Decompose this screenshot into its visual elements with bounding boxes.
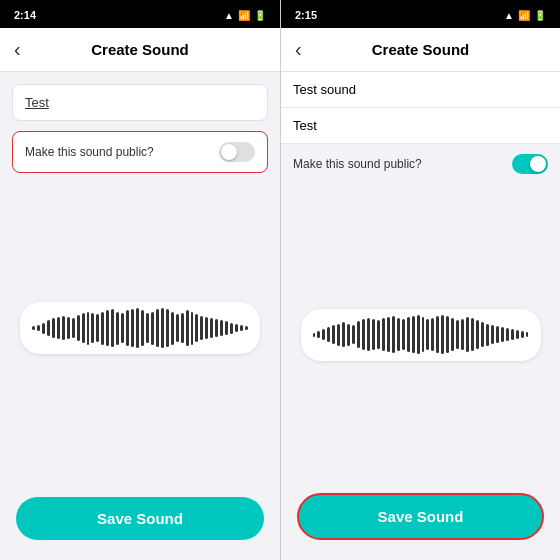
wave-bar — [171, 312, 174, 345]
wave-bar — [141, 310, 144, 345]
wave-bar — [337, 324, 340, 346]
public-toggle-label-1: Make this sound public? — [25, 145, 154, 159]
wave-bar — [322, 329, 325, 340]
wave-bar — [126, 310, 129, 345]
wave-bar — [446, 316, 449, 353]
wave-bar — [317, 331, 320, 338]
wave-bar — [166, 309, 169, 346]
wave-bar — [195, 314, 198, 343]
wave-bar — [111, 309, 114, 346]
save-btn-container-1: Save Sound — [0, 485, 280, 560]
wave-bar — [96, 314, 99, 343]
wave-bar — [57, 317, 60, 339]
wave-bar — [481, 322, 484, 346]
save-sound-button-1[interactable]: Save Sound — [16, 497, 264, 540]
wave-bar — [176, 314, 179, 343]
wave-bar — [205, 317, 208, 339]
waveform-1 — [20, 302, 260, 354]
public-toggle-row-1: Make this sound public? — [12, 131, 268, 173]
wave-bar — [501, 327, 504, 342]
content-2: Test sound Test Make this sound public? — [281, 72, 560, 481]
wave-bar — [397, 318, 400, 351]
waveform-container-1 — [12, 183, 268, 473]
wave-bar — [186, 310, 189, 345]
name-input-1[interactable]: Test — [12, 84, 268, 121]
wave-bar — [146, 313, 149, 344]
save-btn-container-2: Save Sound — [281, 481, 560, 560]
wave-bar — [116, 312, 119, 345]
wave-bar — [496, 326, 499, 344]
wave-bar — [67, 317, 70, 339]
status-time-2: 2:15 — [295, 9, 317, 21]
wave-bar — [392, 316, 395, 353]
wave-bar — [161, 308, 164, 348]
wave-bar — [372, 319, 375, 350]
signal-icon-2: ▲ — [504, 10, 514, 21]
public-toggle-switch-1[interactable] — [219, 142, 255, 162]
wave-bar — [245, 326, 248, 330]
status-icons-1: ▲ 📶 🔋 — [224, 10, 266, 21]
wave-bar — [62, 316, 65, 340]
wave-bar — [131, 309, 134, 346]
wave-bar — [476, 320, 479, 349]
wave-bar — [516, 330, 519, 339]
phone-screen-2: 2:15 ▲ 📶 🔋 ‹ Create Sound Test sound Tes… — [280, 0, 560, 560]
wave-bar — [106, 310, 109, 345]
back-button-1[interactable]: ‹ — [14, 38, 21, 61]
wave-bar — [506, 328, 509, 341]
wave-bar — [191, 312, 194, 345]
wave-bar — [181, 313, 184, 344]
wave-bar — [382, 318, 385, 351]
phone-screen-1: 2:14 ▲ 📶 🔋 ‹ Create Sound Test Make this… — [0, 0, 280, 560]
wave-bar — [441, 315, 444, 355]
page-title-1: Create Sound — [91, 41, 189, 58]
wave-bar — [230, 323, 233, 334]
nav-bar-1: ‹ Create Sound — [0, 28, 280, 72]
wave-bar — [77, 315, 80, 341]
signal-icon-1: ▲ — [224, 10, 234, 21]
wave-bar — [412, 316, 415, 353]
wifi-icon-1: 📶 — [238, 10, 250, 21]
battery-icon-1: 🔋 — [254, 10, 266, 21]
wave-bar — [215, 319, 218, 337]
wave-bar — [431, 318, 434, 351]
wave-bar — [367, 318, 370, 351]
wave-bar — [461, 319, 464, 350]
wave-bar — [387, 317, 390, 352]
wave-bar — [156, 309, 159, 346]
content-1: Test Make this sound public? — [0, 72, 280, 485]
wave-bar — [521, 331, 524, 338]
name-input-2b[interactable]: Test — [281, 108, 560, 144]
wave-bar — [491, 325, 494, 345]
wave-bar — [451, 318, 454, 351]
wave-bar — [52, 318, 55, 338]
wave-bar — [362, 319, 365, 350]
waveform-2 — [301, 309, 541, 361]
nav-bar-2: ‹ Create Sound — [281, 28, 560, 72]
name-input-2a[interactable]: Test sound — [281, 72, 560, 108]
save-sound-button-2[interactable]: Save Sound — [297, 493, 544, 540]
wave-bar — [225, 321, 228, 334]
back-button-2[interactable]: ‹ — [295, 38, 302, 61]
wave-bar — [240, 325, 243, 332]
toggle-knob-2 — [530, 156, 546, 172]
wave-bar — [402, 319, 405, 350]
wave-bar — [47, 320, 50, 335]
status-bar-1: 2:14 ▲ 📶 🔋 — [0, 0, 280, 28]
public-toggle-label-2: Make this sound public? — [293, 157, 422, 171]
battery-icon-2: 🔋 — [534, 10, 546, 21]
wave-bar — [377, 320, 380, 349]
wave-bar — [342, 322, 345, 346]
wave-bar — [471, 318, 474, 351]
wave-bar — [32, 326, 35, 330]
status-time-1: 2:14 — [14, 9, 36, 21]
wave-bar — [466, 317, 469, 352]
wave-bar — [511, 329, 514, 340]
wave-bar — [200, 316, 203, 340]
wave-bar — [327, 327, 330, 342]
public-toggle-switch-2[interactable] — [512, 154, 548, 174]
wave-bar — [101, 312, 104, 345]
status-bar-2: 2:15 ▲ 📶 🔋 — [281, 0, 560, 28]
wave-bar — [352, 325, 355, 345]
wave-bar — [210, 318, 213, 338]
